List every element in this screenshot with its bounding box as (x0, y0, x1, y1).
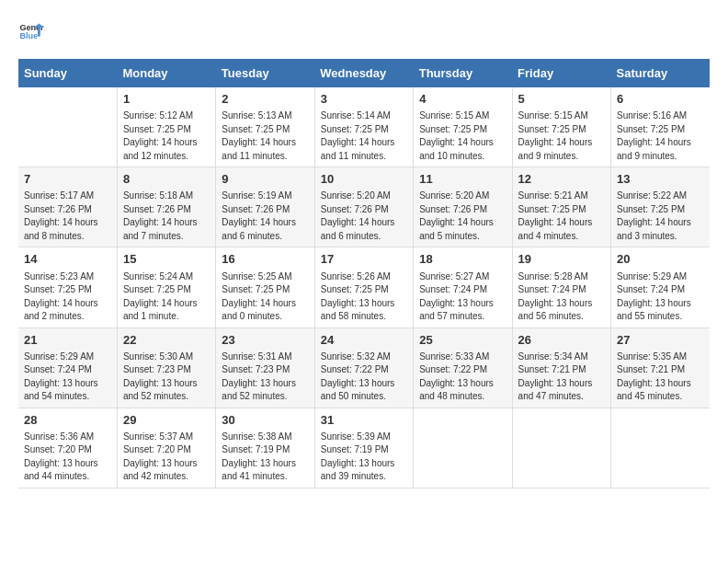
calendar-cell: 29Sunrise: 5:37 AM Sunset: 7:20 PM Dayli… (117, 408, 215, 488)
day-info: Sunrise: 5:31 AM Sunset: 7:23 PM Dayligh… (222, 350, 308, 404)
day-number: 18 (419, 251, 506, 268)
day-info: Sunrise: 5:15 AM Sunset: 7:25 PM Dayligh… (518, 109, 605, 163)
calendar-cell: 9Sunrise: 5:19 AM Sunset: 7:26 PM Daylig… (216, 167, 314, 247)
day-number: 5 (518, 91, 605, 108)
day-number: 7 (24, 171, 111, 188)
day-info: Sunrise: 5:27 AM Sunset: 7:24 PM Dayligh… (419, 270, 506, 324)
day-info: Sunrise: 5:14 AM Sunset: 7:25 PM Dayligh… (321, 109, 407, 163)
calendar-cell: 5Sunrise: 5:15 AM Sunset: 7:25 PM Daylig… (512, 87, 610, 167)
weekday-header-tuesday: Tuesday (216, 59, 314, 87)
day-number: 23 (222, 332, 308, 349)
day-info: Sunrise: 5:13 AM Sunset: 7:25 PM Dayligh… (222, 109, 308, 163)
calendar-cell (18, 87, 117, 167)
weekday-header-saturday: Saturday (611, 59, 710, 87)
calendar-cell: 8Sunrise: 5:18 AM Sunset: 7:26 PM Daylig… (117, 167, 215, 247)
day-info: Sunrise: 5:37 AM Sunset: 7:20 PM Dayligh… (123, 431, 210, 484)
calendar-week-row: 1Sunrise: 5:12 AM Sunset: 7:25 PM Daylig… (18, 87, 710, 167)
day-number: 28 (24, 412, 111, 429)
calendar-week-row: 28Sunrise: 5:36 AM Sunset: 7:20 PM Dayli… (18, 408, 710, 488)
day-info: Sunrise: 5:30 AM Sunset: 7:23 PM Dayligh… (123, 350, 210, 404)
weekday-header-thursday: Thursday (414, 59, 512, 87)
day-info: Sunrise: 5:22 AM Sunset: 7:25 PM Dayligh… (617, 190, 704, 243)
day-number: 22 (123, 332, 210, 349)
calendar-cell: 2Sunrise: 5:13 AM Sunset: 7:25 PM Daylig… (216, 87, 314, 167)
calendar-cell: 24Sunrise: 5:32 AM Sunset: 7:22 PM Dayli… (314, 327, 413, 408)
day-info: Sunrise: 5:20 AM Sunset: 7:26 PM Dayligh… (321, 190, 407, 243)
day-number: 19 (518, 251, 605, 268)
weekday-header-friday: Friday (512, 59, 610, 87)
day-info: Sunrise: 5:28 AM Sunset: 7:24 PM Dayligh… (518, 270, 605, 324)
weekday-header-sunday: Sunday (18, 59, 117, 87)
day-info: Sunrise: 5:18 AM Sunset: 7:26 PM Dayligh… (123, 190, 210, 243)
day-number: 17 (321, 251, 407, 268)
day-info: Sunrise: 5:19 AM Sunset: 7:26 PM Dayligh… (222, 190, 308, 243)
svg-text:Blue: Blue (19, 31, 38, 40)
calendar-cell: 18Sunrise: 5:27 AM Sunset: 7:24 PM Dayli… (414, 247, 512, 327)
calendar-cell: 10Sunrise: 5:20 AM Sunset: 7:26 PM Dayli… (314, 167, 413, 247)
day-number: 20 (617, 251, 704, 268)
day-info: Sunrise: 5:20 AM Sunset: 7:26 PM Dayligh… (419, 190, 506, 243)
weekday-header-wednesday: Wednesday (314, 59, 413, 87)
day-number: 26 (518, 332, 605, 349)
calendar-cell: 17Sunrise: 5:26 AM Sunset: 7:25 PM Dayli… (314, 247, 413, 327)
calendar-body: 1Sunrise: 5:12 AM Sunset: 7:25 PM Daylig… (18, 87, 710, 488)
day-number: 11 (419, 171, 506, 188)
day-info: Sunrise: 5:32 AM Sunset: 7:22 PM Dayligh… (321, 350, 407, 404)
day-number: 31 (321, 412, 407, 429)
calendar-cell: 12Sunrise: 5:21 AM Sunset: 7:25 PM Dayli… (512, 167, 610, 247)
page-header: General Blue (18, 18, 710, 44)
day-number: 14 (24, 251, 111, 268)
calendar-cell: 19Sunrise: 5:28 AM Sunset: 7:24 PM Dayli… (512, 247, 610, 327)
day-info: Sunrise: 5:26 AM Sunset: 7:25 PM Dayligh… (321, 270, 407, 324)
day-info: Sunrise: 5:39 AM Sunset: 7:19 PM Dayligh… (321, 431, 407, 484)
calendar-cell: 20Sunrise: 5:29 AM Sunset: 7:24 PM Dayli… (611, 247, 710, 327)
day-number: 24 (321, 332, 407, 349)
day-info: Sunrise: 5:36 AM Sunset: 7:20 PM Dayligh… (24, 431, 111, 484)
day-info: Sunrise: 5:38 AM Sunset: 7:19 PM Dayligh… (222, 431, 308, 484)
day-number: 6 (617, 91, 704, 108)
day-number: 27 (617, 332, 704, 349)
calendar-cell: 15Sunrise: 5:24 AM Sunset: 7:25 PM Dayli… (117, 247, 215, 327)
calendar-cell: 23Sunrise: 5:31 AM Sunset: 7:23 PM Dayli… (216, 327, 314, 408)
calendar-week-row: 14Sunrise: 5:23 AM Sunset: 7:25 PM Dayli… (18, 247, 710, 327)
day-info: Sunrise: 5:24 AM Sunset: 7:25 PM Dayligh… (123, 270, 210, 324)
calendar-cell: 14Sunrise: 5:23 AM Sunset: 7:25 PM Dayli… (18, 247, 117, 327)
day-info: Sunrise: 5:17 AM Sunset: 7:26 PM Dayligh… (24, 190, 111, 243)
calendar-week-row: 7Sunrise: 5:17 AM Sunset: 7:26 PM Daylig… (18, 167, 710, 247)
day-number: 25 (419, 332, 506, 349)
calendar-cell: 26Sunrise: 5:34 AM Sunset: 7:21 PM Dayli… (512, 327, 610, 408)
day-info: Sunrise: 5:23 AM Sunset: 7:25 PM Dayligh… (24, 270, 111, 324)
day-info: Sunrise: 5:12 AM Sunset: 7:25 PM Dayligh… (123, 109, 210, 163)
day-info: Sunrise: 5:35 AM Sunset: 7:21 PM Dayligh… (617, 350, 704, 404)
calendar-cell: 3Sunrise: 5:14 AM Sunset: 7:25 PM Daylig… (314, 87, 413, 167)
calendar-cell: 7Sunrise: 5:17 AM Sunset: 7:26 PM Daylig… (18, 167, 117, 247)
calendar-cell: 11Sunrise: 5:20 AM Sunset: 7:26 PM Dayli… (414, 167, 512, 247)
day-info: Sunrise: 5:16 AM Sunset: 7:25 PM Dayligh… (617, 109, 704, 163)
weekday-header-row: SundayMondayTuesdayWednesdayThursdayFrid… (18, 59, 710, 87)
calendar-cell: 28Sunrise: 5:36 AM Sunset: 7:20 PM Dayli… (18, 408, 117, 488)
calendar-cell: 25Sunrise: 5:33 AM Sunset: 7:22 PM Dayli… (414, 327, 512, 408)
calendar-cell (414, 408, 512, 488)
day-number: 13 (617, 171, 704, 188)
calendar-cell: 6Sunrise: 5:16 AM Sunset: 7:25 PM Daylig… (611, 87, 710, 167)
calendar-cell: 27Sunrise: 5:35 AM Sunset: 7:21 PM Dayli… (611, 327, 710, 408)
day-number: 1 (123, 91, 210, 108)
day-number: 15 (123, 251, 210, 268)
day-number: 10 (321, 171, 407, 188)
day-number: 12 (518, 171, 605, 188)
day-info: Sunrise: 5:33 AM Sunset: 7:22 PM Dayligh… (419, 350, 506, 404)
logo: General Blue (18, 18, 44, 44)
day-number: 4 (419, 91, 506, 108)
day-number: 16 (222, 251, 308, 268)
day-number: 29 (123, 412, 210, 429)
day-number: 3 (321, 91, 407, 108)
calendar-cell: 16Sunrise: 5:25 AM Sunset: 7:25 PM Dayli… (216, 247, 314, 327)
calendar-header: SundayMondayTuesdayWednesdayThursdayFrid… (18, 59, 710, 87)
logo-icon: General Blue (18, 18, 44, 44)
day-number: 30 (222, 412, 308, 429)
calendar-table: SundayMondayTuesdayWednesdayThursdayFrid… (18, 59, 710, 488)
day-info: Sunrise: 5:29 AM Sunset: 7:24 PM Dayligh… (24, 350, 111, 404)
day-info: Sunrise: 5:25 AM Sunset: 7:25 PM Dayligh… (222, 270, 308, 324)
calendar-cell: 31Sunrise: 5:39 AM Sunset: 7:19 PM Dayli… (314, 408, 413, 488)
day-info: Sunrise: 5:21 AM Sunset: 7:25 PM Dayligh… (518, 190, 605, 243)
